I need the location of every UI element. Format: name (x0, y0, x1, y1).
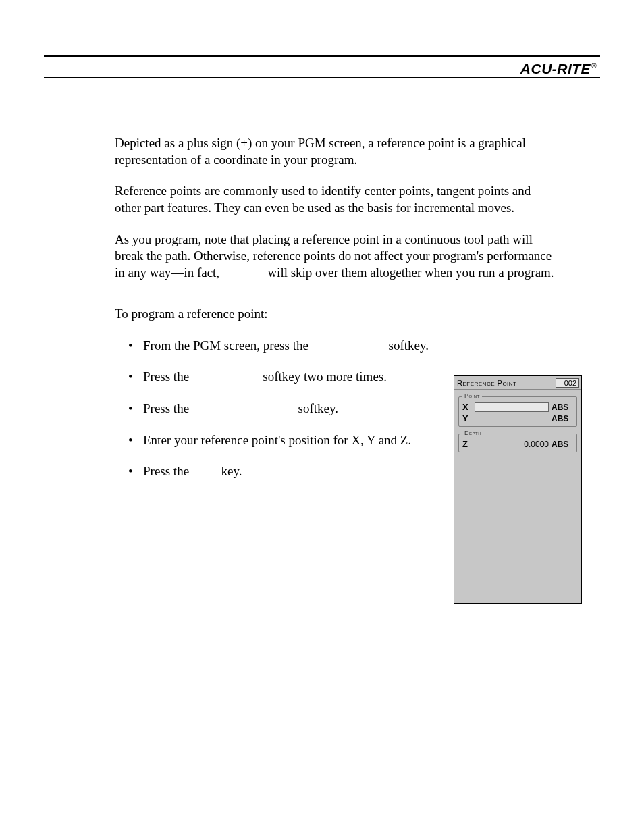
panel-header: Reference Point 002 (454, 376, 581, 390)
reference-point-panel: Reference Point 002 Point X ABS Y ABS (454, 375, 582, 604)
group-depth-label: Depth (462, 429, 483, 436)
panel-step-number: 002 (556, 378, 579, 388)
paragraph-2: Reference points are commonly used to id… (115, 183, 560, 216)
step-3-gap (192, 401, 295, 415)
x-mode: ABS (552, 402, 573, 412)
step-1a: From the PGM screen, press the (143, 338, 312, 353)
step-1b: softkey. (385, 338, 429, 353)
axis-y-label: Y (462, 413, 472, 423)
step-1-gap (312, 338, 385, 353)
top-rule (44, 55, 600, 57)
group-depth: Depth Z 0.0000 ABS (458, 434, 577, 452)
step-2b: softkey two more times. (260, 369, 387, 384)
panel-body: Point X ABS Y ABS Depth (454, 390, 581, 462)
step-5a: Press the (143, 464, 192, 478)
x-input[interactable] (475, 402, 549, 412)
y-mode: ABS (552, 414, 573, 423)
paragraph-1: Depicted as a plus sign (+) on your PGM … (115, 135, 560, 168)
group-point-label: Point (462, 392, 482, 399)
subheading: To program a reference point: (115, 306, 560, 323)
paragraph-3b: will skip over them altogether when you … (265, 265, 554, 280)
step-3a: Press the (143, 401, 192, 415)
panel-title: Reference Point (457, 379, 556, 387)
paragraph-3: As you program, note that placing a refe… (115, 232, 560, 282)
group-point-inner: X ABS Y ABS (458, 396, 577, 427)
row-x: X ABS (462, 401, 573, 413)
document-page: ACU-RITE® Depicted as a plus sign (+) on… (0, 0, 644, 834)
axis-x-label: X (462, 402, 472, 412)
paragraph-3-gap (223, 265, 265, 280)
step-2a: Press the (143, 369, 192, 384)
z-value[interactable]: 0.0000 (472, 440, 552, 449)
brand-logo: ACU-RITE® (520, 61, 597, 77)
y-input[interactable] (475, 414, 549, 423)
group-depth-inner: Z 0.0000 ABS (458, 434, 577, 452)
row-y: Y ABS (462, 413, 573, 424)
brand-text: ACU-RITE (520, 61, 591, 76)
row-z: Z 0.0000 ABS (462, 438, 573, 450)
step-5b: key. (218, 464, 242, 478)
step-5-gap (192, 464, 218, 478)
trademark-symbol: ® (591, 62, 597, 70)
bottom-rule (44, 766, 600, 766)
z-mode: ABS (552, 440, 573, 449)
step-2-gap (192, 369, 260, 384)
header-underline (44, 77, 600, 78)
group-point: Point X ABS Y ABS (458, 396, 577, 427)
step-1: From the PGM screen, press the softkey. (128, 338, 560, 355)
step-3b: softkey. (295, 401, 338, 415)
axis-z-label: Z (462, 439, 472, 449)
